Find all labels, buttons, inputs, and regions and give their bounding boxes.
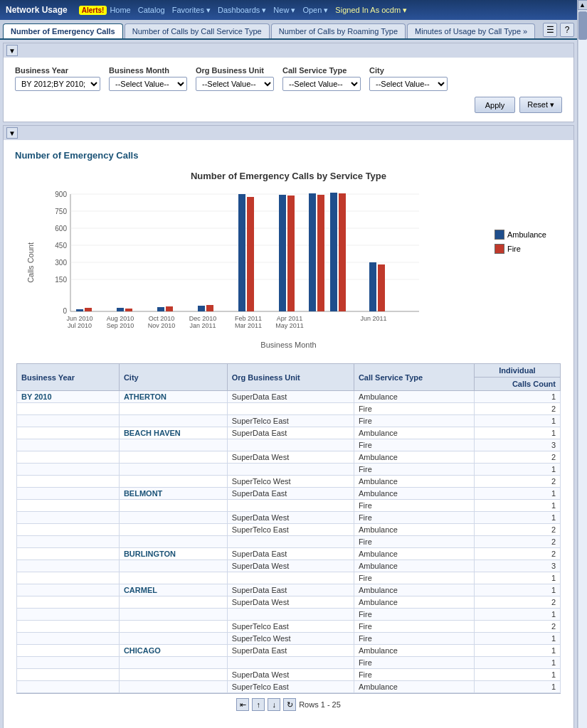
call-service-select[interactable]: --Select Value--	[282, 77, 361, 91]
data-table: Business Year City Org Business Unit Cal…	[16, 363, 561, 693]
cell-city: ATHERTON	[119, 391, 227, 403]
svg-rect-28	[317, 195, 324, 311]
cell-city	[119, 657, 227, 669]
alert-badge[interactable]: Alerts!	[79, 6, 107, 15]
tab-calls-by-service[interactable]: Number of Calls by Call Service Type	[125, 23, 270, 38]
x-axis-label: Business Month	[23, 341, 554, 349]
tab-emergency-calls[interactable]: Number of Emergency Calls	[3, 23, 123, 38]
nav-catalog[interactable]: Catalog	[138, 6, 165, 14]
top-bar: Network Usage Alerts! Home Catalog Favor…	[0, 0, 577, 20]
page-prev-btn[interactable]: ↑	[252, 698, 265, 711]
legend-fire-label: Fire	[507, 245, 521, 253]
svg-rect-18	[125, 309, 132, 311]
cell-count: 1	[474, 584, 560, 596]
cell-org	[227, 657, 354, 669]
cell-org: SuperTelco West	[227, 476, 354, 488]
cell-city	[119, 596, 227, 609]
table-row: SuperData WestAmbulance2	[17, 596, 561, 609]
cell-service: Fire	[354, 415, 474, 427]
cell-year	[17, 415, 120, 427]
vertical-scrollbar[interactable]: ▲ ▼	[577, 0, 587, 728]
tab-minutes-by-type[interactable]: Minutes of Usage by Call Type »	[407, 23, 535, 38]
cell-org: SuperData West	[227, 596, 354, 609]
cell-year	[17, 476, 120, 488]
app-title: Network Usage	[6, 5, 68, 15]
signed-in-label[interactable]: Signed In As ocdm ▾	[335, 6, 407, 15]
table-row: Fire2	[17, 403, 561, 415]
svg-text:Mar 2011: Mar 2011	[235, 322, 262, 329]
page-refresh-btn[interactable]: ↻	[283, 698, 296, 711]
cell-year	[17, 536, 120, 548]
cell-count: 1	[474, 488, 560, 500]
legend: Ambulance Fire	[495, 187, 554, 254]
svg-text:Jan 2011: Jan 2011	[189, 322, 216, 329]
filter-btn-row: Apply Reset ▾	[9, 94, 568, 116]
scroll-track[interactable]	[578, 10, 588, 728]
nav-home[interactable]: Home	[110, 6, 130, 14]
cell-service: Ambulance	[354, 427, 474, 439]
cell-org	[227, 403, 354, 415]
svg-text:Feb 2011: Feb 2011	[235, 315, 262, 322]
table-row: Fire1	[17, 572, 561, 584]
cell-count: 2	[474, 403, 560, 415]
svg-rect-24	[247, 197, 254, 311]
filter-group-org: Org Business Unit --Select Value--	[196, 66, 274, 91]
page-next-btn[interactable]: ↓	[268, 698, 280, 711]
col-org: Org Business Unit	[227, 364, 354, 391]
filter-collapse-btn[interactable]: ▼	[6, 45, 18, 56]
business-year-select[interactable]: BY 2012;BY 2010;BY …	[15, 77, 100, 91]
city-select[interactable]: --Select Value--	[369, 77, 448, 91]
y-axis-label: Calls Count	[23, 242, 35, 283]
table-row: BELMONTSuperData EastAmbulance1	[17, 488, 561, 500]
svg-text:900: 900	[55, 191, 67, 198]
svg-rect-20	[166, 306, 173, 311]
cell-count: 1	[474, 669, 560, 681]
cell-count: 2	[474, 524, 560, 536]
tab-calls-by-roaming[interactable]: Number of Calls by Roaming Type	[271, 23, 406, 38]
cell-city	[119, 572, 227, 584]
svg-text:600: 600	[55, 225, 67, 232]
nav-favorites[interactable]: Favorites ▾	[172, 6, 211, 15]
table-row: Fire1	[17, 609, 561, 621]
cell-org	[227, 464, 354, 476]
tabs-help-icon[interactable]: ?	[560, 23, 574, 37]
table-section: Business Year City Org Business Unit Cal…	[9, 363, 568, 722]
business-month-select[interactable]: --Select Value--	[109, 77, 187, 91]
cell-service: Fire	[354, 669, 474, 681]
filter-group-month: Business Month --Select Value--	[109, 66, 187, 91]
svg-text:Sep 2010: Sep 2010	[107, 322, 134, 329]
chart-panel-header: ▼	[4, 126, 573, 140]
cell-city	[119, 415, 227, 427]
scroll-up-btn[interactable]: ▲	[578, 0, 588, 10]
cell-service: Ambulance	[354, 548, 474, 560]
reset-button[interactable]: Reset ▾	[519, 97, 562, 113]
chart-inner: 900 750 600 450 300 150	[35, 187, 495, 338]
svg-rect-30	[339, 193, 346, 311]
cell-count: 1	[474, 572, 560, 584]
new-btn[interactable]: New ▾	[273, 6, 295, 15]
svg-rect-27	[309, 193, 316, 311]
cell-count: 3	[474, 439, 560, 451]
cell-city	[119, 403, 227, 415]
open-btn[interactable]: Open ▾	[302, 6, 328, 15]
cell-org: SuperData East	[227, 584, 354, 596]
cell-count: 2	[474, 596, 560, 609]
tabs-menu-icon[interactable]: ☰	[543, 23, 557, 37]
cell-city	[119, 633, 227, 645]
org-bu-select[interactable]: --Select Value--	[196, 77, 274, 91]
svg-text:Jun 2011: Jun 2011	[360, 315, 386, 322]
nav-dashboards[interactable]: Dashboards ▾	[218, 6, 266, 15]
cell-city: BURLINGTON	[119, 548, 227, 560]
chart-collapse-btn[interactable]: ▼	[6, 127, 18, 139]
cell-year	[17, 621, 120, 633]
table-row: SuperData WestFire1	[17, 669, 561, 681]
cell-org	[227, 500, 354, 512]
cell-service: Fire	[354, 572, 474, 584]
page-first-btn[interactable]: ⇤	[236, 698, 249, 711]
scroll-thumb[interactable]	[578, 11, 587, 40]
cell-service: Ambulance	[354, 584, 474, 596]
cell-city	[119, 500, 227, 512]
apply-button[interactable]: Apply	[475, 97, 516, 113]
table-row: BURLINGTONSuperData EastAmbulance2	[17, 548, 561, 560]
cell-count: 1	[474, 427, 560, 439]
